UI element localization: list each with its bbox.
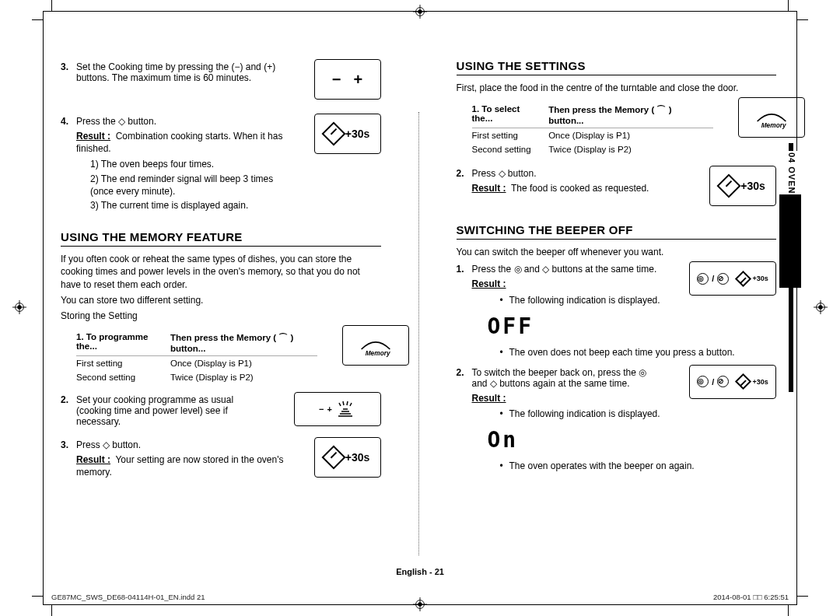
crop-tick <box>788 0 789 11</box>
heading-memory: USING THE MEMORY FEATURE <box>61 230 381 247</box>
result-list: 1) The oven beeps four times. 2) The end… <box>90 158 289 212</box>
list-item: 1) The oven beeps four times. <box>90 158 289 170</box>
heading-settings: USING THE SETTINGS <box>457 59 777 75</box>
column-divider <box>418 112 419 555</box>
result-label: Result : <box>472 278 506 289</box>
list-item: The oven does not beep each time you pre… <box>500 346 777 359</box>
stop-icon: ◎ <box>697 376 709 387</box>
body-text: Storing the Setting <box>61 310 381 322</box>
list-item: The oven operates with the beeper on aga… <box>500 460 777 472</box>
page-footer-right: 2014-08-01 □□ 6:25:51 <box>713 593 789 601</box>
display-on: On <box>488 427 519 453</box>
list-item: The following indication is displayed. <box>500 294 665 306</box>
left-column: 3.Set the Cooking time by pressing the (… <box>61 59 381 557</box>
figure-start-30s: +30s <box>314 437 381 478</box>
figure-start-30s: +30s <box>709 166 776 206</box>
svg-text:Memory: Memory <box>366 349 390 357</box>
intro-text: If you often cook or reheat the same typ… <box>61 253 381 291</box>
memory-icon: Memory <box>355 334 396 357</box>
list-item: 2) The end reminder signal will beep 3 t… <box>90 173 289 198</box>
result-label: Result : <box>472 183 506 194</box>
cancel-icon: ⊘ <box>717 273 729 285</box>
result-text: The food is cooked as requested. <box>511 183 649 194</box>
result-label: Result : <box>76 454 110 465</box>
result-label: Result : <box>76 131 110 142</box>
crop-tick <box>32 19 43 20</box>
memory-icon: Memory <box>751 106 792 129</box>
display-off: OFF <box>488 313 534 339</box>
start-icon <box>735 271 751 287</box>
figure-memory: Memory <box>738 97 805 138</box>
step-text: Set the Cooking time by pressing the (−)… <box>76 61 289 83</box>
crop-tick <box>788 605 789 616</box>
figure-start-30s: +30s <box>314 114 381 154</box>
settings-table: 1. To select the...Then press the Memory… <box>472 102 713 156</box>
crop-tick <box>797 19 808 20</box>
start-icon <box>321 121 345 145</box>
crop-tick <box>797 596 808 597</box>
step-text: Press the ◎ and ◇ buttons at the same ti… <box>472 264 665 275</box>
start-icon <box>735 373 751 390</box>
result-label: Result : <box>472 393 506 404</box>
figure-plusminus-power: −+ <box>294 392 381 426</box>
cancel-icon: ⊘ <box>717 376 729 387</box>
side-tab: 04 OVEN USE <box>786 143 803 485</box>
page-footer-center: English - 21 <box>44 567 796 576</box>
power-icon <box>335 401 355 418</box>
settings-table: 1. To programme the...Then press the Mem… <box>76 330 317 384</box>
list-item: The following indication is displayed. <box>500 408 665 420</box>
figure-plus-minus: −+ <box>314 59 381 100</box>
crop-tick <box>32 596 43 597</box>
figure-stop-start: ◎ / ⊘ +30s <box>689 261 776 296</box>
step-text: Press ◇ button. <box>76 439 289 450</box>
list-item: 3) The current time is displayed again. <box>90 199 289 212</box>
heading-beeper: SWITCHING THE BEEPER OFF <box>457 223 777 240</box>
start-icon <box>321 446 345 470</box>
step-text: Press the ◇ button. <box>76 116 289 127</box>
figure-memory: Memory <box>342 325 409 366</box>
step-text: Set your cooking programme as usual (coo… <box>76 394 269 427</box>
svg-text:Memory: Memory <box>761 121 786 129</box>
crop-tick <box>51 605 52 616</box>
start-icon <box>717 174 741 198</box>
intro-text: You can switch the beeper off whenever y… <box>457 246 777 258</box>
body-text: You can store two different setting. <box>61 294 381 306</box>
page-footer-left: GE87MC_SWS_DE68-04114H-01_EN.indd 21 <box>51 593 205 601</box>
registration-mark-icon <box>814 300 828 314</box>
stop-icon: ◎ <box>697 273 709 285</box>
content-area: 3.Set the Cooking time by pressing the (… <box>61 59 776 557</box>
step-text: To switch the beeper back on, press the … <box>472 367 665 389</box>
step-text: Press ◇ button. <box>472 168 685 179</box>
registration-mark-icon <box>413 597 427 611</box>
registration-mark-icon <box>12 300 26 314</box>
figure-stop-start: ◎ / ⊘ +30s <box>689 365 776 399</box>
crop-tick <box>51 0 52 11</box>
intro-text: First, place the food in the centre of t… <box>457 82 777 94</box>
right-column: USING THE SETTINGS First, place the food… <box>457 59 777 557</box>
registration-mark-icon <box>413 5 427 19</box>
